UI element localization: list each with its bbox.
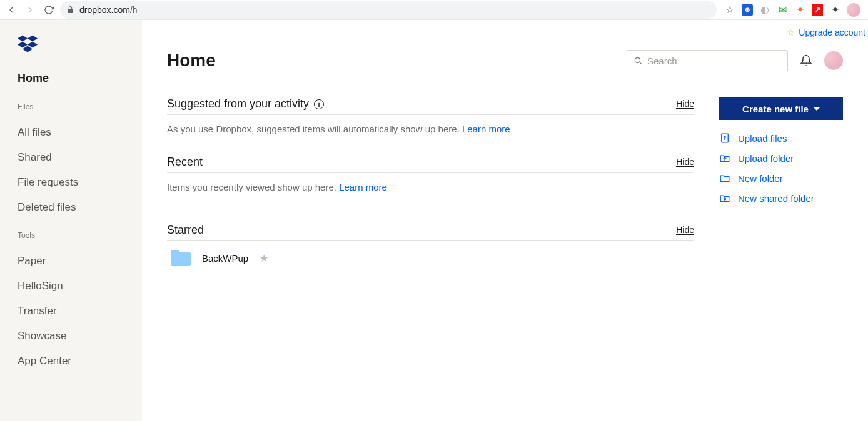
page-title: Home [167,51,615,71]
url-host: dropbox.com [79,5,130,15]
browser-profile-avatar[interactable] [847,3,860,17]
action-label: New shared folder [738,193,814,204]
sidebar-item-showcase[interactable]: Showcase [18,324,142,349]
search-input[interactable] [647,56,781,66]
sidebar-item-hellosign[interactable]: HelloSign [18,274,142,299]
starred-title: Starred [167,224,204,237]
sidebar-item-paper[interactable]: Paper [18,249,142,274]
section-suggested: Suggested from your activity i Hide As y… [167,97,694,134]
create-label: Create new file [742,104,809,114]
upgrade-label: Upgrade account [799,27,865,37]
upgrade-account-link[interactable]: ☆ Upgrade account [787,27,865,37]
action-label: Upload files [738,133,787,144]
search-box[interactable] [627,50,788,71]
folder-icon [171,250,191,266]
action-new-folder[interactable]: New folder [719,172,843,184]
bell-icon [800,54,812,67]
dropbox-logo[interactable] [0,31,142,72]
recent-title: Recent [167,156,203,169]
svg-point-3 [724,198,726,200]
address-bar[interactable]: dropbox.com/h [60,1,717,19]
section-starred: Starred Hide BackWPup ★ [167,224,694,275]
sidebar-item-deleted-files[interactable]: Deleted files [18,195,142,220]
extension-tray: ☆ ⊕ ◐ ✉ ✦ ↗ ✦ [720,3,864,17]
svg-line-1 [640,62,642,64]
sidebar-item-home[interactable]: Home [18,72,142,102]
account-avatar[interactable] [824,51,843,70]
extension-icon-4[interactable]: ✦ [794,4,805,16]
suggested-hide-button[interactable]: Hide [676,99,694,109]
suggested-title: Suggested from your activity [167,97,309,111]
extensions-menu-icon[interactable]: ✦ [829,4,840,16]
lock-icon [66,6,74,14]
extension-icon-2[interactable]: ◐ [759,4,770,16]
recent-hide-button[interactable]: Hide [676,157,694,167]
sidebar-section-tools-label: Tools [18,231,142,249]
sidebar-item-file-requests[interactable]: File requests [18,170,142,195]
action-upload-files[interactable]: Upload files [719,132,843,144]
main-content: ☆ Upgrade account Home Suggested from yo… [142,20,868,421]
extension-icon-5[interactable]: ↗ [812,4,823,16]
suggested-learn-more-link[interactable]: Learn more [462,124,510,134]
sidebar-section-files-label: Files [18,102,142,120]
page-header: Home [167,20,843,71]
starred-item-row[interactable]: BackWPup ★ [167,241,694,275]
sidebar-item-all-files[interactable]: All files [18,120,142,145]
extension-icon-1[interactable]: ⊕ [742,4,753,16]
dropbox-logo-icon [18,35,38,52]
upload-folder-icon [719,152,730,164]
section-recent: Recent Hide Items you recently viewed sh… [167,156,694,192]
starred-hide-button[interactable]: Hide [676,225,694,235]
sidebar: Home Files All files Shared File request… [0,20,142,421]
back-button[interactable] [4,2,19,17]
sidebar-item-shared[interactable]: Shared [18,145,142,170]
sidebar-item-transfer[interactable]: Transfer [18,299,142,324]
bookmark-star-icon[interactable]: ☆ [724,4,735,16]
star-toggle-icon[interactable]: ★ [260,252,268,264]
forward-button[interactable] [23,2,38,17]
upload-file-icon [719,132,730,144]
starred-item-name: BackWPup [202,253,248,264]
action-upload-folder[interactable]: Upload folder [719,152,843,164]
new-shared-folder-icon [719,192,730,204]
upgrade-star-icon: ☆ [787,27,795,37]
create-new-file-button[interactable]: Create new file [719,97,843,120]
action-label: Upload folder [738,153,794,164]
action-new-shared-folder[interactable]: New shared folder [719,192,843,204]
right-column: Create new file Upload files Upl [719,97,843,297]
new-folder-icon [719,172,730,184]
reload-button[interactable] [41,2,56,17]
chevron-down-icon [814,107,820,111]
recent-text: Items you recently viewed show up here. [167,182,339,192]
center-column: Suggested from your activity i Hide As y… [167,97,694,297]
recent-learn-more-link[interactable]: Learn more [339,182,387,192]
search-icon [633,56,642,65]
notifications-button[interactable] [799,54,813,67]
svg-point-0 [635,57,640,62]
url-path: /h [130,5,138,15]
extension-icon-3[interactable]: ✉ [777,4,788,16]
suggested-text: As you use Dropbox, suggested items will… [167,124,462,134]
browser-toolbar: dropbox.com/h ☆ ⊕ ◐ ✉ ✦ ↗ ✦ [0,0,868,20]
action-label: New folder [738,173,783,184]
sidebar-item-app-center[interactable]: App Center [18,349,142,374]
info-icon[interactable]: i [314,99,324,109]
